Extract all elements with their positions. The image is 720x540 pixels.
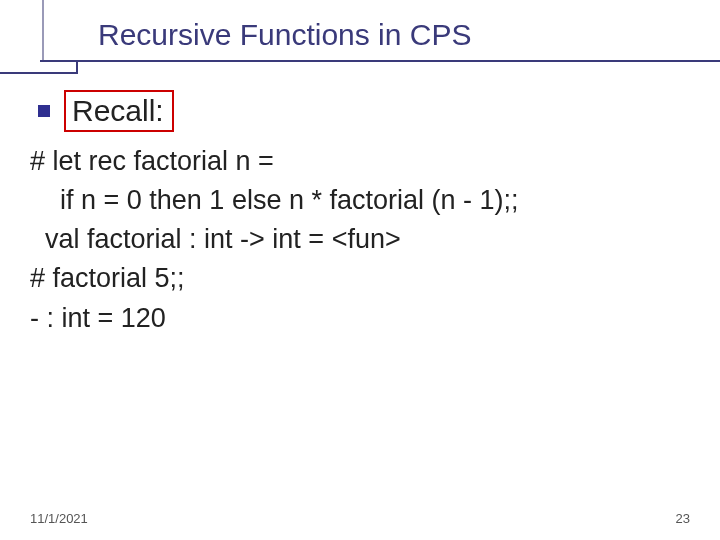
title-underline [0,60,720,64]
recall-label: Recall: [72,94,164,127]
code-block: # let rec factorial n = if n = 0 then 1 … [30,142,690,338]
square-bullet-icon [38,105,50,117]
underline-long [40,60,720,62]
slide-title: Recursive Functions in CPS [98,18,471,52]
footer: 11/1/2021 23 [30,511,690,526]
underline-notch [0,60,78,74]
recall-highlight-box: Recall: [64,90,174,132]
footer-date: 11/1/2021 [30,511,88,526]
title-area: Recursive Functions in CPS [98,18,471,52]
body-area: Recall: # let rec factorial n = if n = 0… [30,90,690,338]
decorative-vertical-line [42,0,44,60]
recall-row: Recall: [30,90,690,132]
footer-page-number: 23 [676,511,690,526]
